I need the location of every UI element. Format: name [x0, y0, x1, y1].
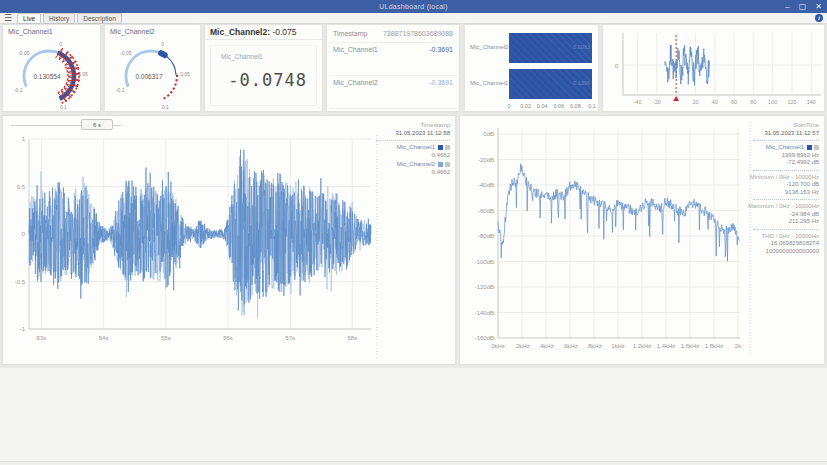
svg-text:0.1: 0.1 — [60, 104, 67, 110]
svg-text:1: 1 — [22, 136, 26, 142]
numeric-channel-label: Mic_Channel1 — [221, 53, 263, 60]
panel-bar-indicators: Mic_Channel20.0063Mic_Channel10.1306 00.… — [464, 24, 599, 112]
svg-text:-100dB: -100dB — [475, 259, 494, 265]
table-row-label: Timestamp — [333, 30, 367, 37]
mini-chart[interactable]: 0-40-2020406080100120140 — [603, 25, 824, 111]
close-button[interactable]: ✕ — [815, 0, 822, 13]
titlebar: ULdashboard (local) – ▢ ✕ — [0, 0, 827, 13]
panel-gauge-mic-channel1: Mic_Channel1 -0.1-0.0500.050.10.130554 — [2, 24, 101, 112]
time-window-slider-handle[interactable]: 6 s — [81, 119, 113, 130]
svg-text:58s: 58s — [348, 335, 358, 341]
bar-track: 0.0063 — [509, 33, 592, 63]
svg-text:0: 0 — [59, 41, 62, 47]
minimize-button[interactable]: – — [785, 0, 789, 13]
svg-text:0: 0 — [615, 63, 619, 69]
bottom-empty-area — [0, 368, 827, 461]
svg-text:-20dB: -20dB — [478, 157, 494, 163]
table-row: Mic_Channel1-0.3691 — [329, 43, 457, 76]
svg-text:20: 20 — [692, 99, 698, 105]
stat-value: 211.295 Hz — [747, 218, 819, 226]
svg-text:1.4kHz: 1.4kHz — [657, 343, 676, 349]
tab-history[interactable]: History — [43, 13, 75, 24]
bar-label: Mic_Channel2 — [470, 44, 508, 50]
svg-text:1kHz: 1kHz — [611, 343, 625, 349]
legend-separator — [753, 140, 819, 141]
panel-waveform-chart: 6 s 10.50-0.5-153s54s55s56s57s58s Timest… — [2, 115, 456, 365]
series-color-swatch[interactable] — [438, 145, 443, 150]
series-options-icon[interactable] — [445, 145, 450, 150]
svg-text:-160dB: -160dB — [475, 335, 494, 341]
legend-separator — [753, 170, 819, 171]
svg-text:-1: -1 — [20, 326, 26, 332]
toolbar: ☰ Live History Description i — [0, 13, 827, 24]
svg-text:120: 120 — [787, 99, 796, 105]
svg-text:57s: 57s — [285, 335, 295, 341]
svg-text:-40dB: -40dB — [478, 182, 494, 188]
series-color-swatch[interactable] — [807, 145, 812, 150]
waveform-legend: Timestamp31.05.2023 11:12:58Mic_Channel1… — [370, 122, 450, 176]
svg-text:0.05: 0.05 — [180, 71, 190, 77]
bar-value-label: 0.0063 — [573, 44, 590, 50]
stat-value: 1000000000000000 — [747, 248, 819, 256]
svg-text:-140dB: -140dB — [475, 310, 494, 316]
table-row-value: 738871978603689088 — [383, 30, 453, 37]
menu-icon[interactable]: ☰ — [4, 13, 12, 23]
svg-text:0dB: 0dB — [483, 131, 494, 137]
bar-value-label: 0.1306 — [573, 80, 590, 86]
svg-text:0kHz: 0kHz — [491, 343, 505, 349]
svg-text:.2kHz: .2kHz — [514, 343, 529, 349]
bar-track: 0.1306 — [509, 69, 592, 99]
tab-live[interactable]: Live — [17, 13, 41, 24]
legend-starttime-label: StartTime — [747, 122, 819, 130]
table-row: Mic_Channel2-0.3691 — [329, 76, 457, 109]
table-row-value: -0.3691 — [429, 46, 453, 53]
window-title: ULdashboard (local) — [0, 3, 827, 10]
svg-text:0.5: 0.5 — [17, 184, 26, 190]
legend-timestamp-label: Timestamp — [370, 122, 450, 130]
bar-axis-tick: 0.1 — [588, 103, 596, 109]
legend-timestamp-value: 31.05.2023 11:12:58 — [370, 130, 450, 138]
svg-text:0.1: 0.1 — [162, 104, 169, 110]
svg-text:80: 80 — [750, 99, 756, 105]
svg-text:40: 40 — [712, 99, 718, 105]
table-row-label: Mic_Channel1 — [333, 46, 378, 53]
series-options-icon[interactable] — [445, 162, 450, 167]
legend-starttime-value: 31.05.2023 11:12:57 — [747, 130, 819, 138]
svg-text:100: 100 — [768, 99, 777, 105]
legend-series-Mic_Channel1[interactable]: Mic_Channel1 — [370, 144, 450, 152]
numeric-header-value: -0.075 — [272, 27, 296, 37]
series-name: Mic_Channel1 — [766, 144, 804, 150]
legend-series-Mic_Channel2[interactable]: Mic_Channel2 — [370, 161, 450, 169]
stat-value: -16.069829818274 — [747, 240, 819, 248]
legend-separator — [753, 229, 819, 230]
table-row: Timestamp738871978603689088 — [329, 27, 457, 43]
table-row-label: Mic_Channel2 — [333, 79, 378, 86]
tab-description[interactable]: Description — [77, 13, 122, 24]
panel-numeric-display: Mic_Channel2: -0.075 Mic_Channel1 -0.074… — [204, 24, 323, 112]
svg-text:-0.05: -0.05 — [18, 50, 30, 56]
svg-text:140: 140 — [807, 99, 816, 105]
stat-value: -120.700 dB — [747, 181, 819, 189]
app-window: ULdashboard (local) – ▢ ✕ ☰ Live History… — [0, 0, 827, 465]
numeric-display: Mic_Channel1 -0.0748 — [210, 45, 317, 106]
svg-text:.4kHz: .4kHz — [538, 343, 553, 349]
series-options-icon[interactable] — [814, 145, 819, 150]
svg-text:-0.1: -0.1 — [116, 87, 125, 93]
legend-separator — [376, 140, 450, 141]
svg-text:53s: 53s — [37, 335, 47, 341]
series-value: 0.4662 — [370, 169, 450, 177]
maximize-button[interactable]: ▢ — [799, 0, 807, 13]
info-icon[interactable]: i — [815, 14, 823, 22]
bar-axis-tick: 0.04 — [537, 103, 548, 109]
value-table: Timestamp738871978603689088Mic_Channel1-… — [329, 27, 457, 109]
numeric-value: -0.0748 — [228, 70, 307, 90]
bar-axis-tick: 0.06 — [553, 103, 564, 109]
svg-text:-0.05: -0.05 — [120, 50, 132, 56]
panel-value-table: Timestamp738871978603689088Mic_Channel1-… — [326, 24, 460, 112]
svg-text:60: 60 — [731, 99, 737, 105]
legend-series-Mic_Channel1[interactable]: Mic_Channel1 — [747, 144, 819, 152]
series-color-swatch[interactable] — [438, 162, 443, 167]
window-controls: – ▢ ✕ — [785, 0, 822, 13]
panel-gauge-mic-channel2: Mic_Channel2 -0.1-0.0500.050.10.006317 — [104, 24, 201, 112]
stat-value: 9138.153 Hz — [747, 189, 819, 197]
